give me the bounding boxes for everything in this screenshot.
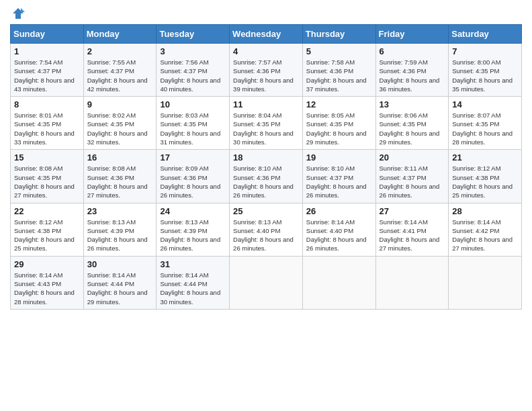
calendar-cell: 22Sunrise: 8:12 AMSunset: 4:38 PMDayligh… [11,203,84,256]
day-info: Sunrise: 8:14 AMSunset: 4:40 PMDaylight:… [306,218,372,253]
calendar-cell: 5Sunrise: 7:58 AMSunset: 4:36 PMDaylight… [302,44,375,97]
day-number: 23 [87,206,153,216]
day-info: Sunrise: 8:11 AMSunset: 4:37 PMDaylight:… [380,164,445,199]
day-info: Sunrise: 7:59 AMSunset: 4:36 PMDaylight:… [380,58,445,93]
day-number: 10 [160,99,226,109]
header [10,7,522,20]
day-info: Sunrise: 8:08 AMSunset: 4:35 PMDaylight:… [14,164,80,199]
day-info: Sunrise: 8:00 AMSunset: 4:35 PMDaylight:… [452,58,518,93]
day-number: 30 [87,259,153,269]
calendar-cell: 28Sunrise: 8:14 AMSunset: 4:42 PMDayligh… [449,203,522,256]
calendar-cell: 30Sunrise: 8:14 AMSunset: 4:44 PMDayligh… [83,256,157,309]
calendar-cell: 9Sunrise: 8:02 AMSunset: 4:35 PMDaylight… [83,97,157,150]
calendar-cell: 18Sunrise: 8:10 AMSunset: 4:36 PMDayligh… [230,150,303,203]
day-number: 2 [87,46,153,56]
calendar-cell: 25Sunrise: 8:13 AMSunset: 4:40 PMDayligh… [230,203,303,256]
day-number: 25 [233,206,299,216]
calendar-cell: 10Sunrise: 8:03 AMSunset: 4:35 PMDayligh… [157,97,230,150]
day-number: 4 [233,46,299,56]
day-number: 18 [233,152,299,163]
calendar-cell: 3Sunrise: 7:56 AMSunset: 4:37 PMDaylight… [157,44,230,97]
calendar-cell: 31Sunrise: 8:14 AMSunset: 4:44 PMDayligh… [157,256,230,309]
calendar-cell: 4Sunrise: 7:57 AMSunset: 4:36 PMDaylight… [230,44,303,97]
day-info: Sunrise: 8:13 AMSunset: 4:40 PMDaylight:… [233,218,299,253]
day-info: Sunrise: 7:55 AMSunset: 4:37 PMDaylight:… [87,58,153,93]
day-info: Sunrise: 8:13 AMSunset: 4:39 PMDaylight:… [87,218,153,253]
week-row-3: 15Sunrise: 8:08 AMSunset: 4:35 PMDayligh… [11,150,522,203]
day-info: Sunrise: 8:09 AMSunset: 4:36 PMDaylight:… [160,164,226,199]
day-info: Sunrise: 8:08 AMSunset: 4:36 PMDaylight:… [87,164,153,199]
calendar-cell: 24Sunrise: 8:13 AMSunset: 4:39 PMDayligh… [157,203,230,256]
day-info: Sunrise: 8:04 AMSunset: 4:35 PMDaylight:… [233,111,299,146]
day-number: 8 [14,99,80,109]
day-number: 24 [160,206,226,216]
calendar-cell [449,256,522,309]
calendar-cell: 19Sunrise: 8:10 AMSunset: 4:37 PMDayligh… [302,150,375,203]
day-number: 6 [380,46,445,56]
calendar-cell: 2Sunrise: 7:55 AMSunset: 4:37 PMDaylight… [83,44,157,97]
calendar-cell: 17Sunrise: 8:09 AMSunset: 4:36 PMDayligh… [157,150,230,203]
day-info: Sunrise: 8:05 AMSunset: 4:35 PMDaylight:… [306,111,372,146]
day-info: Sunrise: 8:01 AMSunset: 4:35 PMDaylight:… [14,111,80,146]
logo-icon [11,7,25,20]
day-number: 26 [306,206,372,216]
svg-marker-1 [21,8,25,12]
day-number: 13 [380,99,445,109]
day-number: 1 [14,46,80,56]
calendar-cell: 20Sunrise: 8:11 AMSunset: 4:37 PMDayligh… [375,150,449,203]
calendar-cell: 11Sunrise: 8:04 AMSunset: 4:35 PMDayligh… [230,97,303,150]
calendar-cell [375,256,449,309]
calendar-cell: 1Sunrise: 7:54 AMSunset: 4:37 PMDaylight… [11,44,84,97]
day-number: 28 [452,206,518,216]
day-info: Sunrise: 8:14 AMSunset: 4:41 PMDaylight:… [380,218,445,253]
week-row-2: 8Sunrise: 8:01 AMSunset: 4:35 PMDaylight… [11,97,522,150]
day-number: 16 [87,152,153,163]
day-header-friday: Friday [375,25,449,44]
day-header-monday: Monday [83,25,157,44]
day-number: 11 [233,99,299,109]
day-header-wednesday: Wednesday [230,25,303,44]
day-number: 12 [306,99,372,109]
day-info: Sunrise: 8:10 AMSunset: 4:36 PMDaylight:… [233,164,299,199]
day-number: 5 [306,46,372,56]
day-number: 22 [14,206,80,216]
day-info: Sunrise: 8:03 AMSunset: 4:35 PMDaylight:… [160,111,226,146]
day-info: Sunrise: 8:14 AMSunset: 4:43 PMDaylight:… [14,271,80,306]
day-info: Sunrise: 8:14 AMSunset: 4:44 PMDaylight:… [160,271,226,306]
day-info: Sunrise: 7:56 AMSunset: 4:37 PMDaylight:… [160,58,226,93]
day-info: Sunrise: 7:54 AMSunset: 4:37 PMDaylight:… [14,58,80,93]
day-number: 29 [14,259,80,269]
calendar: SundayMondayTuesdayWednesdayThursdayFrid… [10,24,522,310]
calendar-cell [230,256,303,309]
calendar-cell: 12Sunrise: 8:05 AMSunset: 4:35 PMDayligh… [302,97,375,150]
day-info: Sunrise: 8:12 AMSunset: 4:38 PMDaylight:… [14,218,80,253]
week-row-5: 29Sunrise: 8:14 AMSunset: 4:43 PMDayligh… [11,256,522,309]
day-number: 20 [380,152,445,163]
calendar-cell: 8Sunrise: 8:01 AMSunset: 4:35 PMDaylight… [11,97,84,150]
week-row-1: 1Sunrise: 7:54 AMSunset: 4:37 PMDaylight… [11,44,522,97]
day-number: 15 [14,152,80,163]
day-number: 7 [452,46,518,56]
calendar-cell: 27Sunrise: 8:14 AMSunset: 4:41 PMDayligh… [375,203,449,256]
day-header-tuesday: Tuesday [157,25,230,44]
day-info: Sunrise: 7:58 AMSunset: 4:36 PMDaylight:… [306,58,372,93]
week-row-4: 22Sunrise: 8:12 AMSunset: 4:38 PMDayligh… [11,203,522,256]
day-info: Sunrise: 8:14 AMSunset: 4:44 PMDaylight:… [87,271,153,306]
calendar-cell: 15Sunrise: 8:08 AMSunset: 4:35 PMDayligh… [11,150,84,203]
day-number: 31 [160,259,226,269]
calendar-header-row: SundayMondayTuesdayWednesdayThursdayFrid… [11,25,522,44]
calendar-cell: 13Sunrise: 8:06 AMSunset: 4:35 PMDayligh… [375,97,449,150]
day-info: Sunrise: 7:57 AMSunset: 4:36 PMDaylight:… [233,58,299,93]
day-info: Sunrise: 8:07 AMSunset: 4:35 PMDaylight:… [452,111,518,146]
day-info: Sunrise: 8:14 AMSunset: 4:42 PMDaylight:… [452,218,518,253]
day-header-saturday: Saturday [449,25,522,44]
day-number: 3 [160,46,226,56]
calendar-cell: 21Sunrise: 8:12 AMSunset: 4:38 PMDayligh… [449,150,522,203]
calendar-cell: 23Sunrise: 8:13 AMSunset: 4:39 PMDayligh… [83,203,157,256]
day-info: Sunrise: 8:06 AMSunset: 4:35 PMDaylight:… [380,111,445,146]
day-header-sunday: Sunday [11,25,84,44]
day-info: Sunrise: 8:13 AMSunset: 4:39 PMDaylight:… [160,218,226,253]
calendar-cell: 7Sunrise: 8:00 AMSunset: 4:35 PMDaylight… [449,44,522,97]
logo [10,7,25,20]
calendar-cell: 26Sunrise: 8:14 AMSunset: 4:40 PMDayligh… [302,203,375,256]
